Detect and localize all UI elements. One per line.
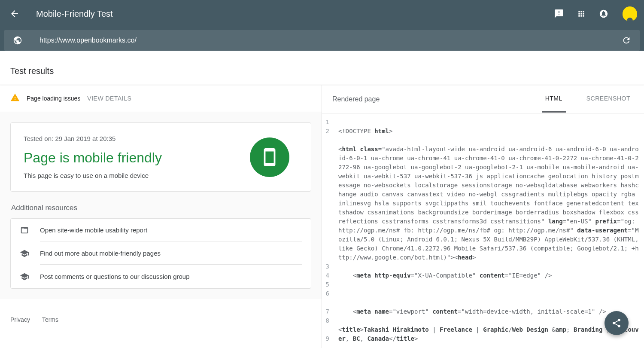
resource-text: Find out more about mobile-friendly page… (40, 250, 161, 257)
resource-learn-more[interactable]: Find out more about mobile-friendly page… (11, 242, 311, 265)
verdict: Page is mobile friendly (24, 150, 250, 166)
resource-discussion[interactable]: Post comments or questions to our discus… (11, 265, 311, 288)
globe-icon (13, 36, 22, 45)
resources-title: Additional resources (11, 204, 311, 212)
line-gutter: 12 3456 78 9 (322, 113, 333, 348)
back-button[interactable] (7, 6, 22, 21)
resource-text: Open site-wide mobile usability report (40, 226, 147, 234)
warning-icon (10, 93, 20, 104)
html-source-view: 12 3456 78 9 <!DOCTYPE html> <html class… (322, 113, 644, 348)
app-title: Mobile-Friendly Test (36, 9, 554, 19)
refresh-icon[interactable] (622, 36, 631, 45)
subverdict: This page is easy to use on a mobile dev… (24, 172, 250, 179)
school-icon (19, 249, 30, 258)
section-title: Test results (10, 66, 634, 76)
resource-usability-report[interactable]: Open site-wide mobile usability report (11, 219, 311, 242)
terms-link[interactable]: Terms (42, 316, 58, 323)
privacy-link[interactable]: Privacy (10, 316, 30, 323)
share-fab[interactable] (605, 311, 629, 335)
rendered-page-title: Rendered page (332, 95, 542, 103)
tab-screenshot[interactable]: SCREENSHOT (583, 85, 634, 113)
code-body: <!DOCTYPE html> <html class="avada-html-… (333, 113, 644, 348)
tab-html[interactable]: HTML (542, 85, 566, 113)
issues-label: Page loading issues (27, 95, 80, 102)
notifications-icon[interactable] (598, 9, 609, 19)
url-text: https://www.openbookmarks.co/ (39, 37, 622, 44)
school-icon (19, 272, 30, 281)
webpage-icon (19, 226, 30, 235)
result-card: Tested on: 29 Jan 2019 at 20:35 Page is … (10, 122, 311, 192)
mobile-friendly-badge-icon (250, 137, 289, 177)
resource-text: Post comments or questions to our discus… (40, 273, 190, 280)
feedback-icon[interactable] (554, 9, 564, 19)
tested-on: Tested on: 29 Jan 2019 at 20:35 (24, 135, 250, 142)
account-avatar[interactable] (623, 6, 637, 21)
view-details-button[interactable]: VIEW DETAILS (87, 95, 131, 102)
apps-icon[interactable] (576, 9, 586, 19)
url-bar[interactable]: https://www.openbookmarks.co/ (4, 30, 640, 51)
